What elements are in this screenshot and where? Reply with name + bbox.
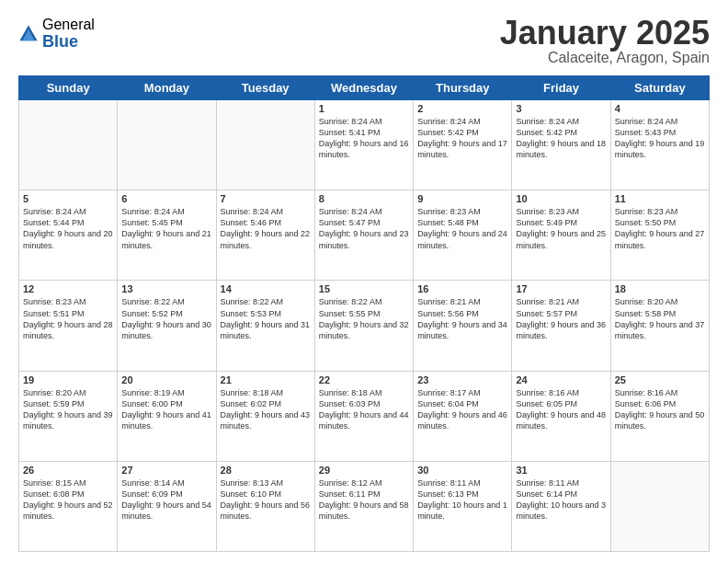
- calendar-subtitle: Calaceite, Aragon, Spain: [500, 50, 710, 66]
- day-number: 23: [417, 374, 507, 385]
- col-friday: Friday: [512, 76, 610, 100]
- cell-info: Sunrise: 8:24 AMSunset: 5:42 PMDaylight:…: [417, 116, 507, 161]
- cell-info: Sunrise: 8:20 AMSunset: 5:58 PMDaylight:…: [615, 296, 705, 341]
- day-number: 8: [319, 193, 409, 204]
- calendar-cell: 23Sunrise: 8:17 AMSunset: 6:04 PMDayligh…: [414, 371, 512, 461]
- day-number: 18: [615, 283, 705, 294]
- calendar-cell: 21Sunrise: 8:18 AMSunset: 6:02 PMDayligh…: [216, 371, 314, 461]
- calendar-cell: 8Sunrise: 8:24 AMSunset: 5:47 PMDaylight…: [314, 190, 413, 281]
- col-thursday: Thursday: [414, 76, 512, 100]
- day-number: 3: [516, 103, 606, 114]
- calendar-cell: 31Sunrise: 8:11 AMSunset: 6:14 PMDayligh…: [512, 461, 610, 551]
- day-number: 29: [319, 465, 409, 476]
- day-number: 27: [121, 465, 211, 476]
- calendar-cell: 15Sunrise: 8:22 AMSunset: 5:55 PMDayligh…: [314, 281, 413, 371]
- day-number: 17: [516, 283, 606, 294]
- day-number: 22: [319, 374, 409, 385]
- calendar-cell: 16Sunrise: 8:21 AMSunset: 5:56 PMDayligh…: [414, 281, 512, 371]
- cell-info: Sunrise: 8:23 AMSunset: 5:50 PMDaylight:…: [615, 206, 705, 251]
- logo-icon: [18, 24, 39, 44]
- cell-info: Sunrise: 8:24 AMSunset: 5:44 PMDaylight:…: [23, 206, 113, 251]
- day-number: 12: [23, 283, 113, 294]
- cell-info: Sunrise: 8:18 AMSunset: 6:03 PMDaylight:…: [319, 387, 409, 432]
- day-number: 10: [516, 193, 606, 204]
- cell-info: Sunrise: 8:24 AMSunset: 5:42 PMDaylight:…: [516, 116, 606, 161]
- calendar-cell: 22Sunrise: 8:18 AMSunset: 6:03 PMDayligh…: [314, 371, 413, 461]
- cell-info: Sunrise: 8:15 AMSunset: 6:08 PMDaylight:…: [23, 477, 113, 523]
- cell-info: Sunrise: 8:23 AMSunset: 5:49 PMDaylight:…: [516, 206, 606, 251]
- cell-info: Sunrise: 8:22 AMSunset: 5:55 PMDaylight:…: [319, 296, 409, 341]
- col-wednesday: Wednesday: [314, 76, 413, 100]
- day-number: 31: [516, 465, 606, 476]
- calendar-cell: [118, 100, 216, 190]
- cell-info: Sunrise: 8:11 AMSunset: 6:14 PMDaylight:…: [516, 477, 606, 523]
- calendar-cell: 5Sunrise: 8:24 AMSunset: 5:44 PMDaylight…: [19, 190, 118, 281]
- calendar-week-2: 5Sunrise: 8:24 AMSunset: 5:44 PMDaylight…: [19, 190, 710, 281]
- calendar-table: Sunday Monday Tuesday Wednesday Thursday…: [18, 75, 710, 552]
- calendar-title: January 2025: [500, 17, 710, 50]
- logo-text: General Blue: [42, 17, 95, 51]
- day-number: 30: [417, 465, 507, 476]
- calendar-cell: 6Sunrise: 8:24 AMSunset: 5:45 PMDaylight…: [118, 190, 216, 281]
- cell-info: Sunrise: 8:17 AMSunset: 6:04 PMDaylight:…: [417, 387, 507, 432]
- day-number: 14: [221, 283, 311, 294]
- calendar-cell: 27Sunrise: 8:14 AMSunset: 6:09 PMDayligh…: [118, 461, 216, 551]
- day-number: 15: [319, 283, 409, 294]
- day-number: 26: [23, 465, 113, 476]
- day-number: 19: [23, 374, 113, 385]
- cell-info: Sunrise: 8:23 AMSunset: 5:51 PMDaylight:…: [23, 296, 113, 341]
- cell-info: Sunrise: 8:21 AMSunset: 5:57 PMDaylight:…: [516, 296, 606, 341]
- cell-info: Sunrise: 8:11 AMSunset: 6:13 PMDaylight:…: [417, 477, 507, 523]
- day-number: 2: [417, 103, 507, 114]
- day-number: 9: [417, 193, 507, 204]
- col-tuesday: Tuesday: [216, 76, 314, 100]
- day-number: 13: [121, 283, 211, 294]
- calendar-cell: [216, 100, 314, 190]
- logo-blue: Blue: [42, 33, 95, 52]
- calendar-cell: 9Sunrise: 8:23 AMSunset: 5:48 PMDaylight…: [414, 190, 512, 281]
- calendar-cell: 24Sunrise: 8:16 AMSunset: 6:05 PMDayligh…: [512, 371, 610, 461]
- calendar-week-3: 12Sunrise: 8:23 AMSunset: 5:51 PMDayligh…: [19, 281, 710, 371]
- day-number: 1: [319, 103, 409, 114]
- calendar-cell: 14Sunrise: 8:22 AMSunset: 5:53 PMDayligh…: [216, 281, 314, 371]
- calendar-cell: 11Sunrise: 8:23 AMSunset: 5:50 PMDayligh…: [610, 190, 709, 281]
- calendar-cell: [19, 100, 118, 190]
- calendar-cell: 13Sunrise: 8:22 AMSunset: 5:52 PMDayligh…: [118, 281, 216, 371]
- cell-info: Sunrise: 8:21 AMSunset: 5:56 PMDaylight:…: [417, 296, 507, 341]
- cell-info: Sunrise: 8:16 AMSunset: 6:06 PMDaylight:…: [615, 387, 705, 432]
- cell-info: Sunrise: 8:20 AMSunset: 5:59 PMDaylight:…: [23, 387, 113, 432]
- calendar-week-4: 19Sunrise: 8:20 AMSunset: 5:59 PMDayligh…: [19, 371, 710, 461]
- day-number: 21: [221, 374, 311, 385]
- calendar-week-1: 1Sunrise: 8:24 AMSunset: 5:41 PMDaylight…: [19, 100, 710, 190]
- calendar-cell: 2Sunrise: 8:24 AMSunset: 5:42 PMDaylight…: [414, 100, 512, 190]
- calendar-cell: 4Sunrise: 8:24 AMSunset: 5:43 PMDaylight…: [610, 100, 709, 190]
- calendar-cell: 10Sunrise: 8:23 AMSunset: 5:49 PMDayligh…: [512, 190, 610, 281]
- day-number: 7: [221, 193, 311, 204]
- page: General Blue January 2025 Calaceite, Ara…: [0, 0, 728, 563]
- cell-info: Sunrise: 8:24 AMSunset: 5:43 PMDaylight:…: [615, 116, 705, 161]
- cell-info: Sunrise: 8:23 AMSunset: 5:48 PMDaylight:…: [417, 206, 507, 251]
- day-number: 16: [417, 283, 507, 294]
- calendar-cell: 18Sunrise: 8:20 AMSunset: 5:58 PMDayligh…: [610, 281, 709, 371]
- col-sunday: Sunday: [19, 76, 118, 100]
- calendar-cell: 25Sunrise: 8:16 AMSunset: 6:06 PMDayligh…: [610, 371, 709, 461]
- calendar-cell: 1Sunrise: 8:24 AMSunset: 5:41 PMDaylight…: [314, 100, 413, 190]
- cell-info: Sunrise: 8:22 AMSunset: 5:53 PMDaylight:…: [221, 296, 311, 341]
- cell-info: Sunrise: 8:16 AMSunset: 6:05 PMDaylight:…: [516, 387, 606, 432]
- calendar-cell: 20Sunrise: 8:19 AMSunset: 6:00 PMDayligh…: [118, 371, 216, 461]
- calendar-cell: 29Sunrise: 8:12 AMSunset: 6:11 PMDayligh…: [314, 461, 413, 551]
- day-number: 28: [221, 465, 311, 476]
- calendar-cell: 30Sunrise: 8:11 AMSunset: 6:13 PMDayligh…: [414, 461, 512, 551]
- calendar-cell: 26Sunrise: 8:15 AMSunset: 6:08 PMDayligh…: [19, 461, 118, 551]
- cell-info: Sunrise: 8:22 AMSunset: 5:52 PMDaylight:…: [121, 296, 211, 341]
- logo-general: General: [42, 17, 95, 33]
- day-number: 5: [23, 193, 113, 204]
- title-block: January 2025 Calaceite, Aragon, Spain: [500, 17, 710, 66]
- calendar-cell: [610, 461, 709, 551]
- cell-info: Sunrise: 8:24 AMSunset: 5:45 PMDaylight:…: [121, 206, 211, 251]
- calendar-week-5: 26Sunrise: 8:15 AMSunset: 6:08 PMDayligh…: [19, 461, 710, 551]
- cell-info: Sunrise: 8:18 AMSunset: 6:02 PMDaylight:…: [221, 387, 311, 432]
- header: General Blue January 2025 Calaceite, Ara…: [18, 17, 710, 66]
- cell-info: Sunrise: 8:24 AMSunset: 5:47 PMDaylight:…: [319, 206, 409, 251]
- calendar-cell: 7Sunrise: 8:24 AMSunset: 5:46 PMDaylight…: [216, 190, 314, 281]
